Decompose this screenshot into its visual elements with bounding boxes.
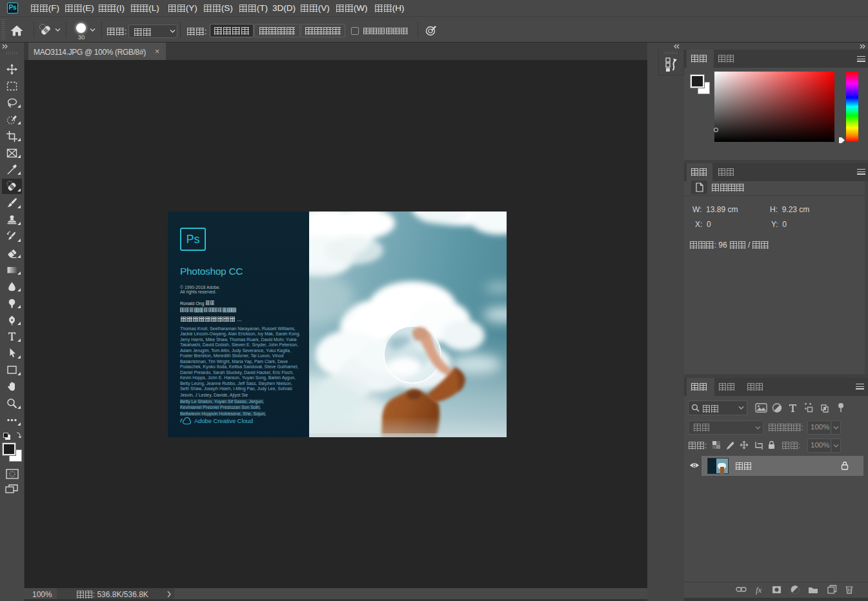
svg-text:fx: fx [756,585,762,595]
